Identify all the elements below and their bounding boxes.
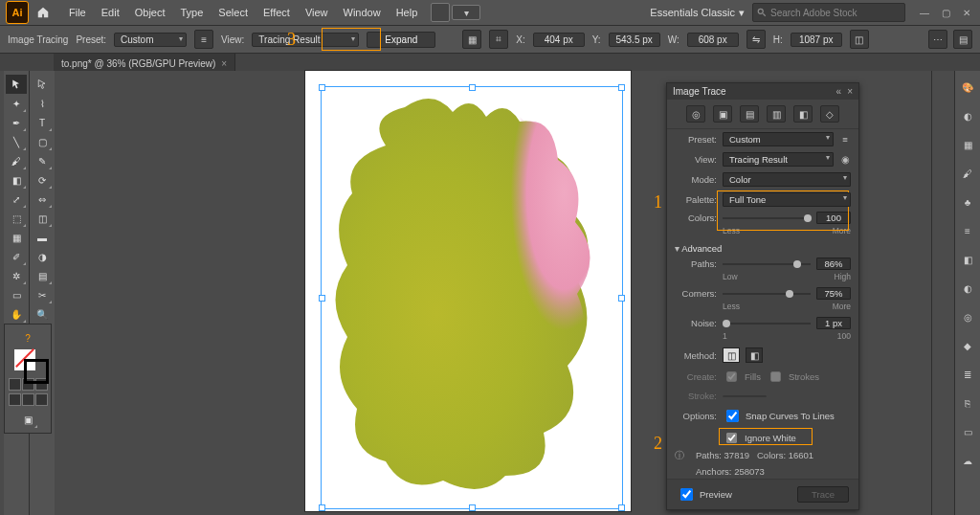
color-panel-icon[interactable]: 🎨 xyxy=(959,78,976,96)
eyedropper-tool[interactable]: ✐ xyxy=(6,247,27,266)
transparency-panel-icon[interactable]: ◐ xyxy=(959,280,976,297)
graph-tool[interactable]: ▤ xyxy=(32,266,53,285)
search-stock-field[interactable]: Search Adobe Stock xyxy=(752,3,905,22)
color-guide-panel-icon[interactable]: ◐ xyxy=(959,107,976,124)
brush-tool[interactable]: 🖌 xyxy=(6,151,27,170)
menu-object[interactable]: Object xyxy=(127,7,173,18)
lasso-tool[interactable]: ⌇ xyxy=(32,94,53,113)
close-button[interactable]: ✕ xyxy=(959,7,974,18)
symbol-sprayer-tool[interactable]: ✲ xyxy=(6,266,27,285)
stroke-panel-icon[interactable]: ≡ xyxy=(959,222,976,239)
color-mode-normal[interactable] xyxy=(9,378,21,391)
symbols-panel-icon[interactable]: ♣ xyxy=(959,193,976,211)
minimize-button[interactable]: — xyxy=(917,7,932,18)
perspective-tool[interactable]: ◫ xyxy=(32,209,53,228)
artboard-tool[interactable]: ▭ xyxy=(6,285,27,304)
shape-builder-tool[interactable]: ⬚ xyxy=(6,209,27,228)
draw-normal[interactable] xyxy=(9,393,21,406)
preset-outline-icon[interactable]: ◇ xyxy=(820,105,839,123)
type-tool[interactable]: T xyxy=(32,113,53,132)
menu-type[interactable]: Type xyxy=(173,7,212,18)
fill-stroke-swatch[interactable] xyxy=(11,347,45,376)
zoom-tool[interactable]: 🔍 xyxy=(32,304,53,324)
arrange-documents-dropdown[interactable]: ▾ xyxy=(452,5,480,20)
opt-manage-presets-icon[interactable]: ≡ xyxy=(194,30,213,49)
stroke-swatch[interactable] xyxy=(24,359,49,384)
blend-tool[interactable]: ◑ xyxy=(32,247,53,266)
p-colors-value[interactable]: 100 xyxy=(816,212,851,224)
transform-icon[interactable]: ⌗ xyxy=(489,30,508,49)
menu-file[interactable]: File xyxy=(61,7,94,18)
opt-more-icon[interactable]: ⋯ xyxy=(928,30,947,49)
preset-highcolor-icon[interactable]: ▣ xyxy=(713,105,732,123)
p-paths-slider[interactable] xyxy=(723,263,811,265)
direct-selection-tool[interactable] xyxy=(32,75,53,94)
opt-view-select[interactable]: Tracing Result xyxy=(252,33,359,47)
panel-close-icon[interactable]: × xyxy=(847,86,853,97)
gradient-panel-icon[interactable]: ◧ xyxy=(959,251,976,268)
p-method-overlap[interactable]: ◧ xyxy=(746,347,763,363)
preset-bw-icon[interactable]: ◧ xyxy=(793,105,813,123)
slice-tool[interactable]: ✂ xyxy=(32,285,53,304)
draw-inside[interactable] xyxy=(35,393,48,406)
screen-mode-button[interactable]: ▣ xyxy=(17,410,38,429)
p-corners-slider[interactable] xyxy=(723,293,811,295)
document-tab[interactable]: to.png* @ 36% (RGB/GPU Preview) × xyxy=(54,54,235,73)
p-ignore-white-check[interactable] xyxy=(726,433,737,443)
link-wh-icon[interactable]: ⇋ xyxy=(746,30,766,49)
hand-tool[interactable]: ✋ xyxy=(6,304,27,324)
selection-tool[interactable] xyxy=(6,75,27,94)
rectangle-tool[interactable]: ▢ xyxy=(32,132,53,151)
p-view-eye-icon[interactable]: ◉ xyxy=(839,154,851,165)
shape-props-icon[interactable]: ◫ xyxy=(850,30,869,49)
panel-collapse-icon[interactable]: « xyxy=(836,86,842,97)
draw-behind[interactable] xyxy=(22,393,34,406)
preset-auto-icon[interactable]: ◎ xyxy=(686,105,705,123)
menu-select[interactable]: Select xyxy=(211,7,256,18)
p-preset-select[interactable]: Custom xyxy=(723,132,834,146)
p-method-abutting[interactable]: ◫ xyxy=(723,347,740,363)
arrange-documents-icon[interactable] xyxy=(431,3,450,22)
rotate-tool[interactable]: ⟳ xyxy=(32,170,53,190)
width-tool[interactable]: ⇔ xyxy=(32,190,53,209)
graphic-styles-panel-icon[interactable]: ◆ xyxy=(959,337,976,354)
brushes-panel-icon[interactable]: 🖌 xyxy=(959,165,976,182)
opt-y-field[interactable]: 543.5 px xyxy=(609,33,660,47)
panel-header[interactable]: Image Trace « × xyxy=(667,83,858,100)
menu-edit[interactable]: Edit xyxy=(94,7,127,18)
p-corners-value[interactable]: 75% xyxy=(816,287,851,300)
pen-tool[interactable]: ✒ xyxy=(6,113,27,132)
menu-view[interactable]: View xyxy=(298,7,336,18)
line-tool[interactable]: ╲ xyxy=(6,132,27,151)
magic-wand-tool[interactable]: ✦ xyxy=(6,94,27,113)
default-help-icon[interactable]: ? xyxy=(17,328,38,347)
maximize-button[interactable]: ▢ xyxy=(938,7,953,18)
p-advanced-toggle[interactable]: Advanced xyxy=(667,239,858,256)
menu-help[interactable]: Help xyxy=(389,7,426,18)
p-noise-value[interactable]: 1 px xyxy=(816,317,851,329)
p-view-select[interactable]: Tracing Result xyxy=(723,152,834,167)
preset-lowcolor-icon[interactable]: ▤ xyxy=(740,105,759,123)
swatches-panel-icon[interactable]: ▦ xyxy=(959,136,976,153)
p-paths-value[interactable]: 86% xyxy=(816,258,851,270)
preset-gray-icon[interactable]: ▥ xyxy=(767,105,786,123)
p-preset-save-icon[interactable]: ≡ xyxy=(839,134,851,145)
asset-export-panel-icon[interactable]: ⎘ xyxy=(959,394,976,412)
menu-effect[interactable]: Effect xyxy=(256,7,298,18)
p-snap-check[interactable] xyxy=(726,410,739,422)
workspace-switcher[interactable]: Essentials Classic▾ xyxy=(650,7,745,19)
opt-panel-icon[interactable]: ▤ xyxy=(953,30,972,49)
align-icon[interactable]: ▦ xyxy=(462,30,481,49)
expand-button[interactable]: Expand xyxy=(367,32,435,48)
opt-h-field[interactable]: 1087 px xyxy=(791,33,842,47)
libraries-panel-icon[interactable]: ☁ xyxy=(959,452,976,469)
eraser-tool[interactable]: ◧ xyxy=(6,170,27,190)
panel-rail-collapse[interactable] xyxy=(931,71,955,515)
opt-w-field[interactable]: 608 px xyxy=(687,33,739,47)
mesh-tool[interactable]: ▦ xyxy=(6,228,27,247)
home-icon[interactable] xyxy=(34,4,52,21)
scale-tool[interactable]: ⤢ xyxy=(6,190,27,209)
opt-x-field[interactable]: 404 px xyxy=(533,33,585,47)
document-tab-close-icon[interactable]: × xyxy=(221,58,227,69)
p-palette-select[interactable]: Full Tone xyxy=(723,192,851,207)
